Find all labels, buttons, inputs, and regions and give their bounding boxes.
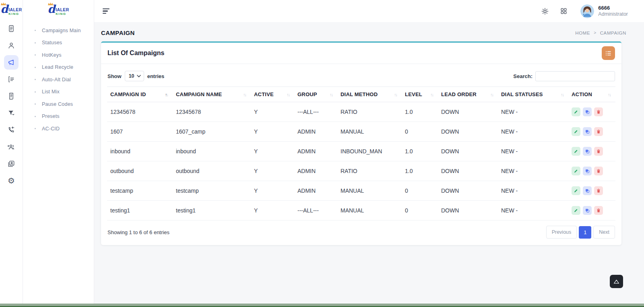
sidebar-item-pause-codes[interactable]: Pause Codes: [23, 98, 94, 111]
theme-sun-icon[interactable]: [539, 5, 551, 18]
column-header-lead-order[interactable]: LEAD ORDER ↑↓: [438, 87, 498, 102]
table-cell: ---ALL---: [294, 201, 337, 220]
table-cell: testcamp: [173, 181, 251, 201]
pencil-icon: [574, 109, 578, 114]
table-row: testcamptestcampYADMINMANUAL0DOWNNEW -: [107, 181, 615, 201]
hamburger-menu-icon[interactable]: [101, 7, 111, 15]
sidebar-item-label: List Mix: [42, 89, 60, 95]
brand-name: IALER: [56, 8, 69, 12]
row-actions: [572, 186, 612, 195]
list-bracket-icon[interactable]: [4, 72, 19, 87]
page-size-select[interactable]: 10: [125, 71, 144, 81]
sidebar-item-list-mix[interactable]: List Mix: [23, 86, 94, 98]
table-cell: 1607: [107, 122, 173, 142]
settings-gear-icon[interactable]: ⚙: [4, 173, 19, 188]
delete-button[interactable]: [594, 186, 603, 195]
table-cell: RATIO: [337, 161, 402, 181]
documents-icon[interactable]: [4, 21, 19, 36]
contact-card-icon[interactable]: [4, 157, 19, 171]
sidebar-item-statuses[interactable]: Statuses: [23, 37, 94, 49]
add-group-icon[interactable]: [4, 140, 19, 154]
search-input[interactable]: [535, 71, 615, 81]
page-1-button[interactable]: 1: [579, 226, 591, 239]
sidebar-item-lead-recycle[interactable]: Lead Recycle: [23, 61, 94, 74]
scroll-to-top-button[interactable]: [610, 275, 623, 288]
page-size-value: 10: [129, 73, 134, 79]
edit-button[interactable]: [572, 186, 580, 195]
next-page-button[interactable]: Next: [593, 226, 615, 239]
previous-page-button[interactable]: Previous: [546, 226, 577, 239]
column-header-dial-statuses[interactable]: DIAL STATUSES ↑↓: [498, 87, 568, 102]
edit-button[interactable]: [572, 107, 580, 116]
column-header-campaign-id[interactable]: CAMPAIGN ID ↑↓: [107, 87, 173, 102]
campaigns-megaphone-icon[interactable]: [4, 55, 19, 70]
copy-icon: [585, 169, 590, 173]
column-header-dial-method[interactable]: DIAL METHOD ↑↓: [337, 87, 402, 102]
card-title: List Of Campaigns: [107, 49, 164, 57]
edit-button[interactable]: [572, 127, 580, 136]
bullet-icon: [35, 67, 36, 68]
edit-button[interactable]: [572, 206, 580, 215]
user-icon[interactable]: [4, 38, 19, 53]
apps-grid-icon[interactable]: [557, 5, 570, 18]
column-header-level[interactable]: LEVEL ↑↓: [402, 87, 438, 102]
delete-button[interactable]: [594, 167, 603, 175]
sort-icon: ↑↓: [608, 92, 612, 97]
call-back-icon[interactable]: [4, 123, 19, 137]
table-row: 1234567812345678Y---ALL---RATIO1.0DOWNNE…: [107, 102, 615, 122]
column-header-active[interactable]: ACTIVE ↑↓: [251, 87, 294, 102]
table-cell: Y: [251, 161, 294, 181]
scripts-icon[interactable]: [4, 89, 19, 103]
table-cell: NEW -: [498, 181, 568, 201]
sidebar-item-hotkeys[interactable]: HotKeys: [23, 49, 94, 62]
avatar: [580, 4, 594, 18]
table-cell: inbound: [107, 142, 173, 161]
user-id: 6666: [598, 5, 628, 11]
copy-button[interactable]: [583, 127, 592, 136]
actions-cell: [568, 102, 615, 122]
table-cell: NEW -: [498, 102, 568, 122]
sort-icon: ↑↓: [394, 92, 398, 97]
copy-button[interactable]: [583, 206, 592, 215]
copy-button[interactable]: [583, 167, 592, 175]
copy-button[interactable]: [583, 186, 592, 195]
sidebar-item-presets[interactable]: Presets: [23, 110, 94, 123]
column-header-action[interactable]: ACTION ↑↓: [568, 87, 615, 102]
bullet-icon: [35, 91, 36, 93]
table-cell: 1607_camp: [173, 122, 251, 142]
sidebar-item-label: Presets: [42, 113, 60, 119]
edit-button[interactable]: [572, 147, 580, 156]
sidebar-item-ac-cid[interactable]: AC-CID: [23, 123, 94, 135]
sidebar-menu: Campaigns Main Statuses HotKeys Lead Rec…: [23, 25, 94, 135]
sidebar-item-auto-alt-dial[interactable]: Auto-Alt Dial: [23, 74, 94, 86]
delete-button[interactable]: [594, 206, 603, 215]
delete-button[interactable]: [594, 107, 603, 116]
delete-button[interactable]: [594, 147, 603, 156]
brand-logo[interactable]: d IALER KING: [47, 5, 69, 16]
brand-logo[interactable]: d IALER KING: [0, 5, 22, 16]
actions-cell: [568, 122, 615, 142]
table-cell: DOWN: [438, 201, 498, 220]
filter-icon[interactable]: [4, 106, 19, 120]
delete-button[interactable]: [594, 127, 603, 136]
column-header-group[interactable]: GROUP ↑↓: [294, 87, 337, 102]
edit-button[interactable]: [572, 167, 580, 175]
sidebar-item-label: HotKeys: [42, 52, 62, 58]
trash-icon: [596, 149, 601, 154]
column-header-campaign-name[interactable]: CAMPAIGN NAME ↑↓: [173, 87, 251, 102]
table-cell: 1.0: [402, 142, 438, 161]
copy-button[interactable]: [583, 147, 592, 156]
user-menu[interactable]: 6666 Administrator: [580, 4, 628, 18]
list-view-button[interactable]: [602, 46, 615, 60]
sidebar-item-campaigns-main[interactable]: Campaigns Main: [23, 25, 94, 37]
table-cell: outbound: [107, 161, 173, 181]
copy-button[interactable]: [583, 107, 592, 116]
table-cell: 12345678: [173, 102, 251, 122]
table-cell: INBOUND_MAN: [337, 142, 402, 161]
sort-icon: ↑↓: [430, 92, 435, 97]
breadcrumb-home[interactable]: HOME: [575, 31, 590, 35]
crown-icon: [1, 2, 6, 5]
row-actions: [572, 127, 612, 136]
actions-cell: [568, 201, 615, 220]
search-label: Search:: [513, 73, 533, 79]
